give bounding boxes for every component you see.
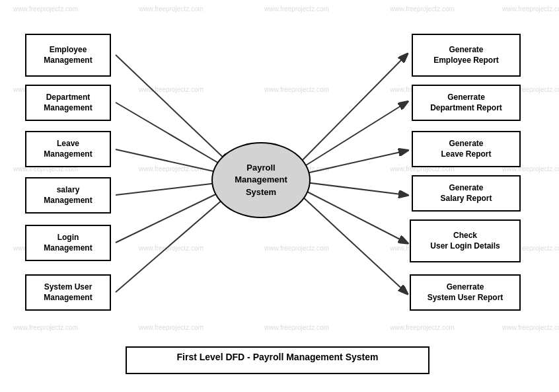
svg-line-12 bbox=[301, 195, 406, 293]
watermark-1: www.freeprojectz.com bbox=[13, 5, 78, 13]
employee-management-node: EmployeeManagement bbox=[25, 34, 111, 77]
gen-employee-report-node: GenerateEmployee Report bbox=[412, 34, 521, 77]
watermark-3: www.freeprojectz.com bbox=[264, 5, 329, 13]
svg-line-6 bbox=[116, 195, 228, 292]
watermark-22: www.freeprojectz.com bbox=[139, 324, 204, 331]
watermark-8: www.freeprojectz.com bbox=[264, 86, 329, 93]
department-management-node: DepartmentManagement bbox=[25, 85, 111, 121]
salary-management-node: salaryManagement bbox=[25, 177, 111, 214]
svg-line-1 bbox=[116, 55, 228, 162]
watermark-4: www.freeprojectz.com bbox=[390, 5, 455, 13]
svg-line-5 bbox=[116, 188, 228, 243]
watermark-18: www.freeprojectz.com bbox=[264, 245, 329, 252]
leave-management-node: LeaveManagement bbox=[25, 131, 111, 167]
svg-line-3 bbox=[116, 149, 228, 175]
center-circle-payroll: PayrollManagementSystem bbox=[211, 142, 311, 218]
login-management-node: LoginManagement bbox=[25, 225, 111, 261]
system-user-management-node: System UserManagement bbox=[25, 274, 111, 311]
svg-line-8 bbox=[301, 102, 406, 169]
watermark-12: www.freeprojectz.com bbox=[139, 165, 204, 173]
diagram-container: www.freeprojectz.com www.freeprojectz.co… bbox=[0, 0, 559, 392]
watermark-24: www.freeprojectz.com bbox=[390, 324, 455, 331]
watermark-17: www.freeprojectz.com bbox=[139, 245, 204, 252]
gen-salary-report-node: GenerateSalary Report bbox=[412, 175, 521, 212]
watermark-2: www.freeprojectz.com bbox=[139, 5, 204, 13]
svg-line-9 bbox=[301, 151, 406, 175]
gen-system-user-report-node: GenerrateSystem User Report bbox=[410, 274, 521, 311]
gen-leave-report-node: GenerateLeave Report bbox=[412, 131, 521, 167]
watermark-25: www.freeprojectz.com bbox=[502, 324, 559, 331]
check-login-details-node: CheckUser Login Details bbox=[410, 219, 521, 262]
watermark-23: www.freeprojectz.com bbox=[264, 324, 329, 331]
watermark-7: www.freeprojectz.com bbox=[139, 86, 204, 93]
svg-line-2 bbox=[116, 102, 228, 169]
diagram-title: First Level DFD - Payroll Management Sys… bbox=[126, 346, 429, 374]
svg-line-10 bbox=[301, 182, 406, 195]
svg-line-7 bbox=[301, 55, 406, 162]
svg-line-11 bbox=[301, 188, 406, 243]
watermark-21: www.freeprojectz.com bbox=[13, 324, 78, 331]
gen-department-report-node: GenerrateDepartment Report bbox=[412, 85, 521, 121]
watermark-5: www.freeprojectz.com bbox=[502, 5, 559, 13]
